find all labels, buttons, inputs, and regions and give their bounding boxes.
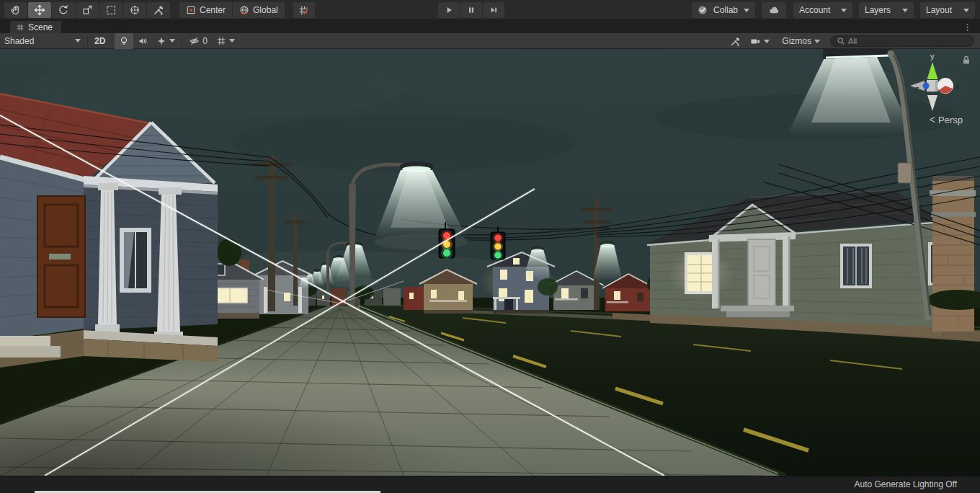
- account-dropdown[interactable]: Account: [793, 2, 852, 18]
- gizmo-axis-y[interactable]: [927, 62, 938, 79]
- orientation-mode-button[interactable]: Global: [233, 2, 285, 18]
- scene-render: [0, 49, 980, 476]
- cloud-icon: [768, 5, 780, 16]
- collab-dropdown[interactable]: Collab: [692, 2, 755, 18]
- effects-icon: [156, 36, 166, 46]
- layers-caret-icon: [902, 9, 908, 12]
- eye-slash-icon: [189, 36, 200, 46]
- gizmo-z-knob[interactable]: [923, 83, 930, 89]
- rotate-icon: [58, 4, 69, 16]
- scene-search-field[interactable]: [830, 35, 974, 47]
- scene-effects-toggle[interactable]: [152, 33, 179, 49]
- pivot-mode-button[interactable]: Center: [179, 2, 232, 18]
- grid-caret-icon: [229, 39, 235, 43]
- cloud-button[interactable]: [762, 2, 786, 18]
- camera-caret-icon: [764, 40, 770, 43]
- move-icon: [34, 4, 45, 16]
- pivot-mode-label: Center: [200, 5, 226, 15]
- gizmo-x-label: x: [956, 82, 960, 91]
- effects-caret-icon: [169, 39, 175, 43]
- scene-search-input[interactable]: [848, 37, 968, 45]
- layout-label: Layout: [926, 5, 952, 15]
- tab-scene-label: Scene: [28, 22, 53, 32]
- layers-label: Layers: [865, 5, 891, 15]
- collab-caret-icon: [744, 9, 749, 12]
- globe-icon: [239, 5, 249, 15]
- tools-icon: [153, 4, 164, 16]
- shading-mode-dropdown[interactable]: Shaded: [0, 33, 85, 49]
- grid-snap-icon: [298, 5, 309, 16]
- gizmo-lock[interactable]: [961, 55, 971, 67]
- main-toolbar: Center Global: [0, 0, 980, 20]
- unity-editor-window: Center Global: [0, 0, 980, 493]
- play-icon: [444, 5, 454, 15]
- toggle-2d-label: 2D: [94, 36, 105, 46]
- wrench-icon: [730, 36, 741, 47]
- pivot-center-icon: [186, 5, 196, 15]
- projection-label[interactable]: < Persp: [930, 114, 963, 125]
- rect-tool-icon: [105, 4, 117, 16]
- gizmos-label: Gizmos: [782, 36, 811, 46]
- rect-tool-button[interactable]: [99, 2, 122, 18]
- hidden-count-label: 0: [202, 36, 208, 46]
- pause-icon: [466, 5, 476, 15]
- lighting-status-message[interactable]: Auto Generate Lighting Off: [854, 479, 957, 489]
- status-bar: Auto Generate Lighting Off: [0, 476, 980, 493]
- grid-snap-button[interactable]: [293, 2, 315, 18]
- scene-viewport[interactable]: y x z < Persp: [0, 49, 980, 476]
- gizmos-caret-icon: [814, 40, 820, 43]
- front-door: [37, 196, 85, 317]
- move-tool-button[interactable]: [28, 2, 51, 18]
- layout-caret-icon: [963, 9, 969, 12]
- grid-visual-dropdown[interactable]: [212, 33, 239, 49]
- layers-dropdown[interactable]: Layers: [859, 2, 914, 18]
- shading-caret-icon: [75, 39, 81, 43]
- scene-tab-bar: Scene ⋮: [0, 20, 980, 33]
- speaker-icon: [138, 36, 148, 46]
- layout-dropdown[interactable]: Layout: [920, 2, 975, 18]
- pause-button[interactable]: [460, 2, 482, 18]
- scene-lighting-toggle[interactable]: [115, 33, 133, 49]
- hand-icon: [10, 4, 22, 16]
- collab-label: Collab: [713, 5, 738, 15]
- lightbulb-icon: [119, 36, 129, 46]
- toggle-2d-button[interactable]: 2D: [90, 33, 110, 49]
- camera-icon: [750, 37, 761, 46]
- projection-text: Persp: [938, 115, 963, 125]
- collab-check-icon: [698, 5, 708, 15]
- custom-tool-button[interactable]: [147, 2, 170, 18]
- scene-camera-dropdown[interactable]: [748, 33, 772, 49]
- traffic-light-right: [491, 232, 505, 260]
- shading-mode-label: Shaded: [4, 36, 34, 46]
- projection-icon: <: [930, 114, 935, 125]
- scene-gizmo[interactable]: y x z: [899, 52, 971, 124]
- rotate-tool-button[interactable]: [52, 2, 75, 18]
- transform-tool-button[interactable]: [123, 2, 146, 18]
- hand-tool-button[interactable]: [4, 2, 27, 18]
- grid-visual-icon: [216, 36, 226, 46]
- scene-visibility-toggle[interactable]: 0: [184, 33, 212, 49]
- scene-view-toolbar: Shaded 2D: [0, 33, 980, 49]
- search-icon: [837, 37, 845, 45]
- account-caret-icon: [841, 9, 847, 12]
- gizmo-y-label: y: [930, 52, 935, 61]
- component-tools-button[interactable]: [729, 33, 742, 49]
- gizmo-axis-down[interactable]: [927, 95, 937, 111]
- tab-scene[interactable]: Scene: [10, 21, 61, 33]
- scene-tab-grid-icon: [16, 23, 24, 32]
- step-icon: [489, 5, 499, 15]
- gizmos-dropdown[interactable]: Gizmos: [778, 33, 824, 49]
- orientation-mode-label: Global: [253, 5, 278, 15]
- scale-tool-button[interactable]: [76, 2, 99, 18]
- scale-icon: [81, 4, 93, 16]
- play-button[interactable]: [438, 2, 460, 18]
- tab-overflow-icon: ⋮: [963, 22, 973, 32]
- tab-overflow-menu[interactable]: ⋮: [961, 20, 974, 33]
- gizmo-z-label: z: [915, 84, 919, 93]
- scene-audio-toggle[interactable]: [133, 33, 152, 49]
- transform-icon: [129, 4, 141, 16]
- step-button[interactable]: [483, 2, 504, 18]
- account-label: Account: [799, 5, 830, 15]
